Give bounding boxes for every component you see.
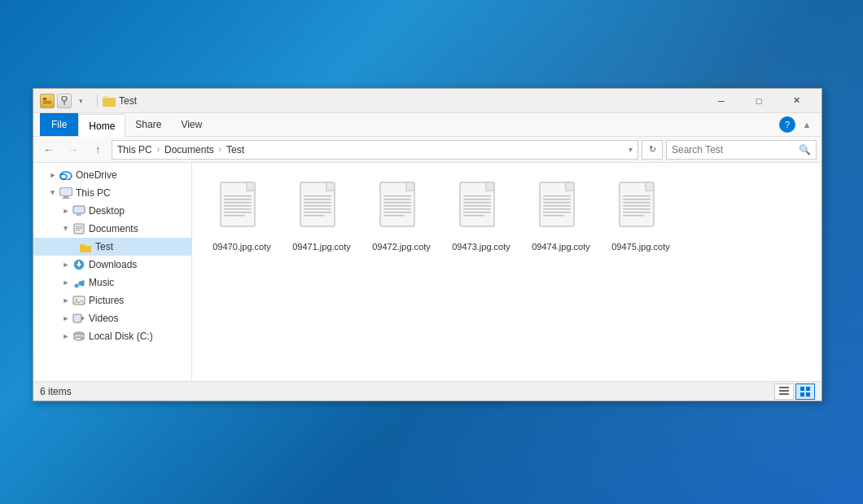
svg-rect-49 [304, 215, 325, 217]
svg-rect-6 [103, 98, 108, 100]
svg-rect-82 [623, 205, 651, 207]
svg-rect-58 [383, 215, 405, 217]
svg-rect-74 [543, 208, 571, 210]
main-area: ► OneDrive ► This PC ► Deskto [33, 163, 821, 381]
quick-access-toolbar: ▾ [40, 94, 87, 108]
refresh-button[interactable]: ↻ [642, 140, 663, 160]
svg-rect-73 [543, 205, 571, 207]
file-item-f6[interactable]: 09475.jpg.coty [604, 176, 677, 257]
sidebar-item-documents[interactable]: ► Documents [33, 220, 191, 238]
svg-rect-44 [304, 199, 331, 200]
file-item-f5[interactable]: 09474.jpg.coty [524, 176, 598, 257]
sidebar-item-thispc[interactable]: ► This PC [33, 184, 191, 202]
sidebar-item-videos[interactable]: ► Videos [33, 309, 191, 327]
forward-button[interactable]: → [63, 140, 84, 160]
svg-rect-79 [623, 195, 651, 197]
svg-rect-51 [406, 182, 414, 191]
status-bar: 6 items [33, 381, 821, 401]
svg-rect-1 [43, 101, 51, 102]
up-button[interactable]: ↑ [87, 140, 108, 160]
svg-rect-0 [43, 98, 46, 100]
svg-rect-14 [77, 214, 81, 216]
svg-rect-78 [646, 182, 654, 191]
svg-rect-61 [463, 195, 491, 197]
tab-view[interactable]: View [171, 113, 212, 136]
svg-rect-48 [304, 212, 331, 213]
ribbon-collapse-button[interactable]: ▲ [799, 116, 815, 133]
svg-rect-53 [383, 199, 411, 200]
expand-arrow-documents: ► [59, 222, 72, 235]
maximize-button[interactable]: □ [740, 89, 778, 113]
tab-home[interactable]: Home [78, 114, 125, 137]
tab-file[interactable]: File [40, 113, 78, 136]
breadcrumb-documents[interactable]: Documents [164, 144, 214, 156]
sidebar-item-downloads[interactable]: ► Downloads [33, 256, 191, 274]
file-name: 09471.jpg.coty [292, 241, 351, 252]
svg-rect-43 [304, 195, 331, 197]
svg-point-8 [60, 174, 67, 179]
sidebar-item-music[interactable]: ► Music [33, 274, 191, 291]
svg-rect-47 [304, 208, 331, 210]
expand-arrow-music: ► [59, 276, 72, 289]
svg-rect-2 [43, 103, 51, 103]
svg-rect-60 [486, 182, 494, 191]
window-controls: ─ □ ✕ [703, 89, 815, 113]
close-button[interactable]: ✕ [778, 89, 815, 113]
sidebar-item-pictures[interactable]: ► Pictures [33, 291, 191, 309]
file-icon [217, 181, 266, 238]
svg-rect-70 [543, 195, 571, 197]
svg-rect-36 [224, 202, 252, 204]
svg-rect-45 [304, 202, 331, 204]
svg-rect-17 [76, 228, 82, 229]
minimize-button[interactable]: ─ [703, 89, 740, 113]
svg-rect-34 [224, 195, 252, 197]
sidebar-item-localdisk[interactable]: ► Local Disk (C:) [33, 327, 191, 345]
ribbon-tabs: File Home Share View ? ▲ [33, 113, 821, 136]
search-input[interactable] [672, 144, 795, 156]
expand-arrow-thispc: ► [46, 186, 59, 199]
sidebar-label-music: Music [89, 277, 114, 288]
sidebar-item-desktop[interactable]: ► Desktop [33, 202, 191, 220]
svg-rect-84 [623, 212, 651, 213]
sidebar-item-test[interactable]: Test [33, 238, 191, 256]
svg-rect-10 [60, 188, 72, 195]
svg-rect-64 [463, 205, 491, 207]
svg-point-31 [81, 338, 82, 340]
view-large-icons-button[interactable] [795, 383, 815, 400]
breadcrumb-thispc[interactable]: This PC [117, 144, 152, 156]
sidebar-item-onedrive[interactable]: ► OneDrive [33, 166, 191, 184]
breadcrumb-test[interactable]: Test [226, 144, 244, 156]
file-name: 09470.jpg.coty [212, 241, 271, 252]
sidebar-label-test: Test [95, 241, 113, 252]
expand-arrow-downloads: ► [59, 258, 72, 271]
svg-rect-38 [224, 208, 252, 210]
search-box: 🔍 [666, 140, 817, 160]
svg-rect-57 [383, 212, 411, 213]
tab-share[interactable]: Share [125, 113, 171, 136]
back-button[interactable]: ← [38, 140, 59, 160]
svg-rect-21 [78, 261, 80, 265]
svg-rect-71 [543, 199, 571, 200]
expand-arrow-pictures: ► [59, 294, 72, 307]
svg-rect-52 [383, 195, 411, 197]
file-item-f4[interactable]: 09473.jpg.coty [445, 176, 518, 257]
svg-rect-89 [800, 387, 804, 391]
file-item-f3[interactable]: 09472.jpg.coty [365, 176, 438, 257]
help-button[interactable]: ? [779, 116, 795, 133]
file-item-f1[interactable]: 09470.jpg.coty [205, 176, 278, 257]
quick-access-btn-1[interactable] [40, 94, 55, 108]
view-details-button[interactable] [774, 383, 794, 400]
sidebar: ► OneDrive ► This PC ► Deskto [33, 163, 192, 381]
address-dropdown[interactable]: ▾ [629, 145, 633, 154]
svg-rect-90 [806, 387, 810, 391]
file-icon [377, 181, 426, 238]
file-name: 09472.jpg.coty [372, 241, 431, 252]
quick-access-expand[interactable]: ▾ [74, 94, 87, 107]
test-folder-icon [79, 240, 92, 253]
quick-access-btn-2[interactable] [57, 94, 72, 108]
svg-rect-18 [76, 230, 80, 230]
svg-rect-69 [566, 182, 574, 191]
file-name: 09474.jpg.coty [532, 241, 590, 252]
address-bar[interactable]: This PC › Documents › Test ▾ [112, 140, 638, 160]
file-item-f2[interactable]: 09471.jpg.coty [285, 176, 358, 257]
